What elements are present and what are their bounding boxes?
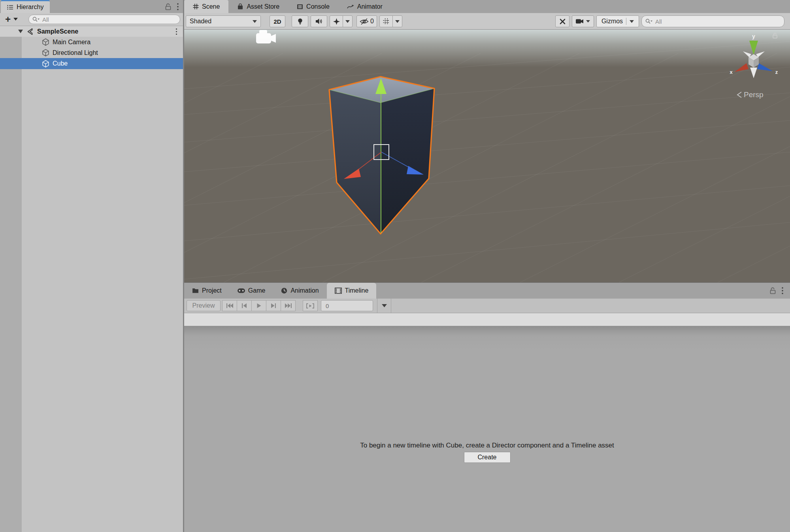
animator-icon — [347, 4, 354, 9]
scene-audio-button[interactable] — [311, 15, 327, 27]
tab-project[interactable]: Project — [184, 283, 230, 299]
toggle-2d-button[interactable]: 2D — [270, 15, 285, 27]
gameobject-cube-icon — [42, 38, 49, 46]
scene-grid-caret[interactable] — [392, 15, 402, 27]
axis-x-label: x — [730, 69, 733, 75]
step-back-icon — [241, 303, 247, 308]
scene-toolbar: Shaded 2D — [184, 13, 790, 30]
gizmos-label: Gizmos — [601, 18, 623, 25]
item-label: Cube — [53, 60, 68, 67]
tab-asset-store[interactable]: Asset Store — [228, 0, 288, 13]
tab-animator[interactable]: Animator — [338, 0, 391, 13]
hierarchy-gutter — [0, 26, 22, 532]
tab-game[interactable]: Game — [230, 283, 273, 299]
tab-timeline[interactable]: Timeline — [327, 283, 377, 299]
frame-field[interactable] — [321, 300, 373, 311]
kebab-menu-icon[interactable] — [781, 287, 784, 295]
shading-mode-dropdown[interactable]: Shaded — [186, 15, 261, 27]
hierarchy-item-main-camera[interactable]: Main Camera — [0, 37, 183, 47]
scene-tabbar: Scene Asset Store Console Animator — [184, 0, 790, 13]
lock-icon[interactable] — [770, 287, 776, 294]
next-frame-button[interactable] — [266, 300, 281, 311]
y-axis-gizmo-cone[interactable] — [749, 41, 758, 55]
asset-store-bag-icon — [237, 3, 243, 10]
scene-grid-button[interactable] — [379, 15, 393, 27]
custom-tools-button[interactable] — [555, 15, 569, 27]
chevron-down-icon — [345, 20, 350, 23]
add-object-button[interactable]: + — [3, 14, 13, 24]
frame-input[interactable] — [325, 302, 373, 310]
timeline-content: To begin a new timeline with Cube, creat… — [184, 326, 790, 532]
tab-project-label: Project — [202, 287, 222, 294]
timeline-ruler[interactable] — [184, 313, 790, 326]
x-axis-gizmo-cone[interactable] — [735, 63, 749, 72]
skip-to-end-icon — [285, 303, 292, 308]
create-button-label: Create — [477, 454, 496, 461]
selected-cube[interactable] — [184, 30, 790, 282]
neg-axis-cone[interactable] — [750, 68, 757, 78]
projection-toggle[interactable]: Persp — [737, 90, 764, 99]
timeline-empty-message: To begin a new timeline with Cube, creat… — [184, 442, 790, 449]
chevron-down-icon — [630, 20, 634, 23]
goto-start-button[interactable] — [222, 300, 237, 311]
hierarchy-search[interactable] — [28, 15, 180, 24]
hierarchy-item-directional-light[interactable]: Directional Light — [0, 47, 183, 58]
timeline-options-caret[interactable] — [377, 299, 391, 313]
bottom-tabbar: Project Game Animation — [184, 283, 790, 299]
tab-animation-label: Animation — [290, 287, 319, 294]
scene-lock-icon[interactable] — [773, 33, 777, 38]
chevron-down-icon — [382, 304, 387, 307]
scene-lighting-button[interactable] — [292, 15, 308, 27]
folder-icon — [192, 288, 199, 293]
add-object-caret-icon[interactable] — [13, 18, 18, 21]
z-axis-gizmo-cone[interactable] — [757, 63, 773, 71]
scene-effects-caret[interactable] — [343, 15, 353, 27]
scene-name-label: SampleScene — [37, 28, 78, 35]
tab-hierarchy[interactable]: Hierarchy — [1, 0, 50, 13]
foldout-triangle-icon[interactable] — [18, 30, 23, 33]
hierarchy-item-cube[interactable]: Cube — [0, 58, 183, 69]
lock-icon[interactable] — [165, 3, 171, 10]
chevron-down-icon — [253, 20, 257, 23]
play-icon — [256, 303, 261, 308]
scene-camera-button[interactable] — [572, 15, 594, 27]
skip-to-start-icon — [226, 303, 233, 308]
axis-z-label: z — [775, 69, 778, 75]
search-icon — [32, 17, 40, 23]
kebab-menu-icon[interactable] — [177, 3, 179, 11]
orientation-gizmo[interactable]: y x z Persp — [726, 30, 790, 103]
chevron-down-icon — [395, 20, 400, 23]
tab-scene[interactable]: Scene — [184, 0, 228, 13]
main-area: Scene Asset Store Console Animator — [184, 0, 790, 532]
hierarchy-search-input[interactable] — [41, 16, 176, 23]
scene-toolbar-right: Gizmos — [555, 15, 784, 27]
scene-viewport[interactable]: y x z Persp — [184, 30, 790, 282]
play-range-button[interactable] — [303, 300, 318, 311]
play-button[interactable] — [251, 300, 266, 311]
scene-kebab-icon[interactable] — [175, 28, 177, 35]
clock-icon — [281, 288, 287, 294]
gameobject-cube-icon — [42, 60, 49, 68]
preview-button[interactable]: Preview — [187, 300, 221, 311]
previous-frame-button[interactable] — [237, 300, 252, 311]
tab-asset-store-label: Asset Store — [247, 3, 279, 10]
hierarchy-list-icon — [7, 5, 13, 10]
tab-console-label: Console — [306, 3, 330, 10]
tab-console[interactable]: Console — [288, 0, 338, 13]
scene-visibility-button[interactable]: 0 — [356, 15, 377, 27]
tab-timeline-label: Timeline — [345, 287, 369, 294]
speaker-icon — [315, 18, 322, 24]
scene-grid-icon — [193, 4, 199, 9]
scene-search-input[interactable] — [654, 18, 781, 25]
gizmo-center-cube[interactable] — [749, 54, 759, 68]
scene-search[interactable] — [641, 15, 784, 27]
tab-animation[interactable]: Animation — [273, 283, 326, 299]
gizmos-dropdown[interactable]: Gizmos — [596, 15, 639, 27]
tools-icon — [559, 18, 566, 25]
hierarchy-tab-actions — [165, 0, 179, 13]
create-button[interactable]: Create — [464, 452, 511, 463]
scene-effects-button[interactable] — [330, 15, 343, 27]
hierarchy-toolbar: + — [0, 13, 183, 26]
goto-end-button[interactable] — [281, 300, 296, 311]
scene-header-row[interactable]: SampleScene — [0, 26, 183, 37]
